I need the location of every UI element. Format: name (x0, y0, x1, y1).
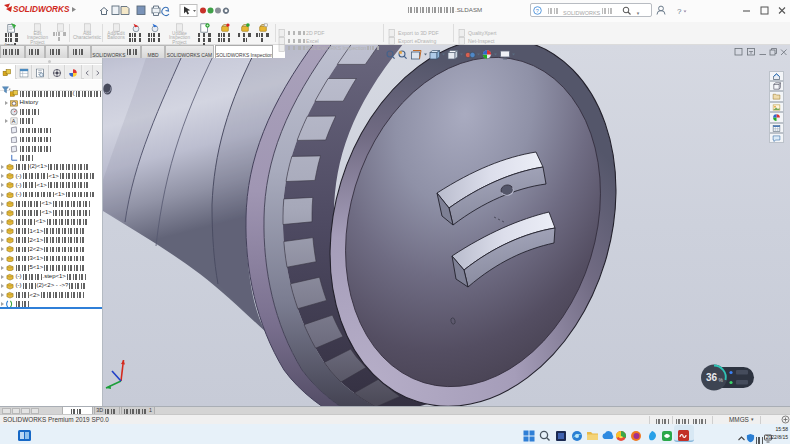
svg-text:?: ? (677, 7, 682, 16)
svg-text:A: A (12, 119, 16, 125)
svg-text:SOLIDWORKS: SOLIDWORKS (13, 5, 70, 14)
svg-text:?: ? (536, 8, 539, 14)
svg-text:%: % (719, 377, 724, 383)
svg-text:36: 36 (706, 372, 718, 383)
